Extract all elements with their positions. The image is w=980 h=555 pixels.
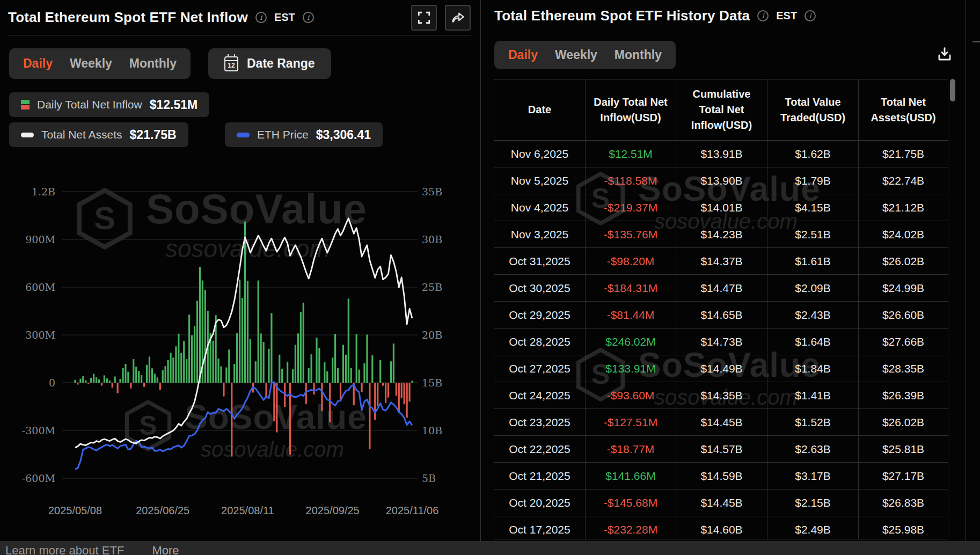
right-axis-tick: 15B: [422, 377, 442, 389]
tab-monthly[interactable]: Monthly: [129, 56, 177, 71]
table-value-cell: $13.90B: [676, 167, 767, 194]
table-header-cell: Daily Total Net Inflow(USD): [585, 79, 676, 141]
tab-weekly[interactable]: Weekly: [70, 56, 112, 71]
legend-label: Daily Total Net Inflow: [37, 98, 142, 111]
table-value-cell: $14.01B: [676, 194, 767, 221]
info-icon[interactable]: i: [757, 10, 769, 21]
page-edge-divider: [966, 0, 966, 555]
table-value-cell: $1.84B: [767, 355, 858, 382]
table-date-cell: Oct 17,2025: [494, 516, 585, 539]
legend-total-net-assets[interactable]: Total Net Assets $21.75B: [9, 122, 188, 147]
table-value-cell: -$18.77M: [585, 436, 676, 463]
learn-more-text: Learn more about ETF: [5, 544, 124, 555]
table-value-cell: $14.65B: [676, 302, 767, 328]
left-tab-group: DailyWeeklyMonthly: [9, 48, 191, 79]
table-value-cell: $26.02B: [858, 248, 948, 275]
x-axis-tick: 2025/06/25: [136, 505, 189, 516]
table-value-cell: -$93.60M: [585, 382, 676, 409]
right-header: Total Ethereum Spot ETF History Data i E…: [494, 8, 816, 24]
table-date-cell: Oct 20,2025: [494, 490, 585, 516]
white-dash-swatch-icon: [21, 133, 34, 137]
table-header-cell: Date: [494, 79, 585, 141]
legend-value: $21.75B: [130, 128, 177, 142]
green-red-swatch-icon: [21, 100, 30, 110]
table-value-cell: $2.09B: [767, 275, 858, 302]
table-value-cell: $14.73B: [676, 328, 767, 355]
table-date-cell: Oct 23,2025: [494, 409, 585, 436]
legend-label: ETH Price: [257, 128, 309, 141]
timezone-label: EST: [274, 11, 295, 24]
tab-monthly[interactable]: Monthly: [615, 48, 662, 62]
table-date-cell: Oct 31,2025: [494, 248, 585, 275]
table-value-cell: $28.35B: [858, 355, 948, 382]
left-header: Total Ethereum Spot ETF Net Inflow i EST…: [8, 0, 471, 35]
table-date-cell: Nov 4,2025: [494, 194, 585, 221]
blue-dash-swatch-icon: [237, 133, 250, 137]
tab-weekly[interactable]: Weekly: [555, 48, 597, 62]
x-axis-tick: 2025/08/11: [221, 505, 274, 516]
table-date-cell: Nov 6,2025: [494, 141, 585, 167]
info-icon[interactable]: i: [255, 12, 267, 23]
left-axis-tick: 300M: [25, 329, 55, 341]
table-date-cell: Oct 27,2025: [494, 355, 585, 382]
tab-daily[interactable]: Daily: [23, 56, 53, 71]
table-value-cell: $26.60B: [858, 302, 948, 328]
table-value-cell: -$219.37M: [585, 194, 676, 221]
download-icon: [936, 46, 953, 63]
x-axis-tick: 2025/09/25: [306, 505, 360, 516]
page-scrollbar-mark[interactable]: [972, 41, 980, 42]
table-value-cell: $14.47B: [676, 275, 767, 302]
table-value-cell: $14.49B: [676, 355, 767, 382]
table-value-cell: $2.15B: [767, 490, 858, 516]
share-button[interactable]: [445, 5, 471, 31]
table-value-cell: $1.41B: [767, 382, 858, 409]
table-value-cell: $22.74B: [858, 167, 948, 194]
left-axis-tick: 0: [49, 377, 55, 389]
right-axis-tick: 10B: [422, 425, 442, 436]
legend-daily-net-inflow[interactable]: Daily Total Net Inflow $12.51M: [9, 92, 209, 117]
left-tabs-row: DailyWeeklyMonthly 12 Date Range: [9, 48, 331, 79]
table-scrollbar-thumb[interactable]: [950, 79, 955, 101]
table-value-cell: $14.37B: [676, 248, 767, 275]
legend-eth-price[interactable]: ETH Price $3,306.41: [225, 122, 383, 147]
table-value-cell: $24.99B: [858, 275, 948, 302]
table-value-cell: $13.91B: [676, 141, 767, 167]
fullscreen-button[interactable]: [411, 5, 437, 31]
table-value-cell: $2.63B: [767, 436, 858, 463]
tab-daily[interactable]: Daily: [508, 48, 538, 62]
table-value-cell: -$81.44M: [585, 302, 676, 328]
table-value-cell: -$232.28M: [585, 516, 676, 539]
table-value-cell: $21.12B: [858, 194, 948, 221]
x-axis-tick: 2025/11/06: [386, 505, 439, 516]
table-value-cell: $12.51M: [585, 141, 676, 167]
right-panel-title: Total Ethereum Spot ETF History Data: [494, 8, 750, 24]
left-axis-tick: 1.2B: [32, 186, 55, 198]
date-range-button[interactable]: 12 Date Range: [208, 48, 331, 79]
table-date-cell: Oct 22,2025: [494, 436, 585, 463]
table-value-cell: $14.57B: [676, 436, 767, 463]
table-value-cell: $1.52B: [767, 409, 858, 436]
footer-bar: Learn more about ETF More: [0, 541, 980, 555]
info-icon[interactable]: i: [805, 10, 816, 21]
right-axis-tick: 30B: [422, 233, 442, 245]
right-tabs-row: DailyWeeklyMonthly: [494, 41, 676, 69]
table-value-cell: -$98.20M: [585, 248, 676, 275]
legend-label: Total Net Assets: [41, 128, 122, 141]
fullscreen-icon: [417, 11, 431, 25]
info-icon[interactable]: i: [303, 12, 314, 23]
table-value-cell: $3.17B: [767, 463, 858, 490]
table-value-cell: $27.66B: [858, 328, 948, 355]
table-value-cell: $14.45B: [676, 490, 767, 516]
table-date-cell: Nov 3,2025: [494, 221, 585, 248]
table-value-cell: $2.43B: [767, 302, 858, 328]
table-value-cell: $4.15B: [767, 194, 858, 221]
more-link[interactable]: More: [152, 544, 179, 555]
download-button[interactable]: [934, 44, 955, 64]
table-value-cell: $1.62B: [767, 141, 858, 167]
table-value-cell: $14.60B: [676, 516, 767, 539]
table-value-cell: $14.35B: [676, 382, 767, 409]
right-tab-group: DailyWeeklyMonthly: [494, 41, 676, 69]
right-axis-tick: 35B: [422, 186, 442, 198]
calendar-day: 12: [225, 60, 237, 70]
net-inflow-chart[interactable]: 1.2B35B900M30B600M25B300M20B015B-300M10B…: [0, 156, 480, 526]
